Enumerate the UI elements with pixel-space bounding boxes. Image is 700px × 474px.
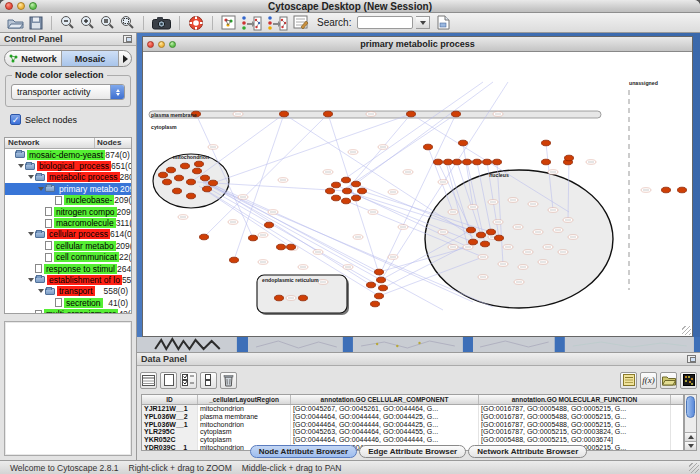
network-tree-row[interactable]: mosaic-demo-yeast874(0) [5, 149, 131, 160]
tree-indent [5, 200, 47, 201]
tree-indent [5, 154, 7, 155]
zoom-out-icon[interactable] [59, 14, 76, 32]
table-row[interactable]: YJR121W__1mitochondrion[GO:0045267, GO:0… [142, 405, 683, 413]
select-nodes-checkbox[interactable]: ✓ [10, 114, 21, 125]
table-cell: [GO:0016787, GO:0005488, GO:0005215, G..… [479, 405, 671, 413]
table-scrollbar[interactable] [684, 394, 697, 451]
tree-item-node-count: 558(0) [103, 286, 131, 296]
tab-node-attribute-browser[interactable]: Node Attribute Browser [250, 445, 358, 458]
toolbar-separator [179, 16, 180, 30]
network-tree-row[interactable]: cellular metabo209(0) [5, 240, 131, 251]
tree-item-label: nitrogen compo [54, 207, 117, 217]
file-icon [35, 310, 42, 314]
table-row[interactable]: YKR052Ccytoplasm[GO:0044464, GO:0044446,… [142, 436, 683, 444]
network-tree-row[interactable]: nucleobase-209(0) [5, 195, 131, 206]
tree-item-label: multi-organism pro [44, 309, 118, 314]
table-column-header[interactable]: annotation.GO MOLECULAR_FUNCTION [479, 395, 671, 404]
tree-indent [5, 279, 27, 280]
network-tree-row[interactable]: metabolic process280(0) [5, 172, 131, 183]
attribute-mapper-icon[interactable] [240, 14, 263, 32]
zoom-in-icon[interactable] [79, 14, 96, 32]
create-new-attribute-icon[interactable] [160, 372, 177, 389]
help-icon[interactable] [187, 14, 205, 32]
formula-builder-icon[interactable]: f(x) [640, 372, 657, 389]
network-window-titlebar[interactable]: primary metabolic process [143, 37, 692, 52]
tab-network-attribute-browser[interactable]: Network Attribute Browser [468, 445, 587, 458]
network-tree-row[interactable]: nitrogen compo209(0) [5, 206, 131, 217]
tab-edge-attribute-browser[interactable]: Edge Attribute Browser [359, 445, 466, 458]
network-tree-row[interactable]: cellular process614(0) [5, 229, 131, 240]
import-attributes-icon[interactable] [660, 372, 677, 389]
birds-eye-view-panel[interactable] [4, 321, 132, 456]
canvas-resize-grip[interactable] [682, 326, 691, 335]
data-panel: Data Panel f(x) ID_cellularLayout [137, 352, 700, 460]
attribute-notes-icon[interactable] [620, 372, 637, 389]
open-session-icon[interactable] [6, 14, 25, 32]
table-cell: [GO:0044464, GO:0044446, GO:0044444, G..… [291, 436, 479, 444]
network-tree-row[interactable]: multi-organism pro42(0) [5, 308, 131, 314]
vizmapper-form-icon[interactable] [292, 14, 310, 32]
network-tree-row[interactable]: macromolecule311(0) [5, 217, 131, 228]
expander-icon[interactable] [27, 232, 35, 236]
network-canvas[interactable]: plasma membranecytoplasmmitochondrionnuc… [143, 52, 692, 336]
table-column-header[interactable]: ID [142, 395, 198, 404]
attribute-table[interactable]: ID_cellularLayoutRegionannotation.GO CEL… [141, 394, 684, 451]
node-color-select[interactable]: transporter activity [11, 84, 125, 100]
network-overview-icon[interactable] [220, 14, 237, 32]
delete-attribute-icon[interactable] [220, 372, 237, 389]
tab-overflow-button[interactable] [119, 51, 131, 66]
control-panel-title: Control Panel [4, 34, 63, 44]
zoom-selected-icon[interactable] [99, 14, 116, 32]
network-tree-row[interactable]: transport558(0) [5, 286, 131, 297]
network-tree-row[interactable]: primary metabo209(... [5, 183, 131, 194]
import-file-icon[interactable] [436, 14, 451, 32]
float-panel-icon[interactable] [123, 35, 132, 43]
snapshot-icon[interactable] [151, 14, 172, 32]
scroll-up-button[interactable] [685, 432, 696, 441]
table-row[interactable]: YPL036W__1mitochondrion[GO:0044464, GO:0… [142, 421, 683, 429]
window-resize-grip[interactable] [689, 463, 699, 473]
network-tree-row[interactable]: cell communicat22(0) [5, 252, 131, 263]
table-column-header[interactable]: _cellularLayoutRegion [198, 395, 291, 404]
tab-network[interactable]: Network [5, 51, 62, 66]
network-tree-row[interactable]: response to stimul264(0) [5, 263, 131, 274]
matrix-browser-icon[interactable] [680, 372, 697, 389]
table-row[interactable]: YPL036W__2plasma membrane[GO:0044464, GO… [142, 413, 683, 421]
unselect-all-attributes-icon[interactable] [200, 372, 217, 389]
network-node [332, 182, 341, 188]
network-node [343, 188, 352, 194]
table-cell: [GO:0044464, GO:0044444, GO:0044425, G..… [291, 421, 479, 429]
search-options-dropdown[interactable] [416, 16, 430, 29]
expander-icon[interactable] [37, 289, 45, 293]
network-tree-row[interactable]: biological_process651(0) [5, 160, 131, 171]
save-session-icon[interactable] [28, 14, 44, 32]
expander-icon[interactable] [17, 164, 25, 168]
float-panel-icon[interactable] [687, 355, 696, 363]
select-attributes-icon[interactable] [140, 372, 157, 389]
expander-icon[interactable] [27, 278, 35, 282]
table-column-header[interactable]: annotation.GO CELLULAR_COMPONENT [291, 395, 479, 404]
table-cell: YKR052C [142, 436, 198, 444]
network-node [181, 163, 190, 169]
network-node [280, 111, 289, 117]
expander-icon[interactable] [37, 187, 45, 191]
select-all-attributes-icon[interactable] [180, 372, 197, 389]
network-node [463, 159, 472, 165]
tab-mosaic-label: Mosaic [75, 54, 106, 64]
table-row[interactable]: YLR295Ccytoplasm[GO:0045263, GO:0044464,… [142, 428, 683, 436]
expander-icon[interactable] [27, 175, 35, 179]
status-zoom-hint: Right-click + drag to ZOOM [129, 463, 232, 473]
attribute-batch-mapper-icon[interactable] [266, 14, 289, 32]
network-tree-row[interactable]: establishment of lo558(0) [5, 274, 131, 285]
tree-column-nodes: Nodes [95, 138, 131, 148]
table-cell: [GO:0044464, GO:0044444, GO:0044425, G..… [291, 413, 479, 421]
scrollbar-thumb[interactable] [686, 396, 695, 418]
network-tree-row[interactable]: secretion41(0) [5, 297, 131, 308]
network-node [379, 285, 388, 291]
tree-indent [5, 245, 37, 246]
zoom-fit-icon[interactable] [119, 14, 136, 32]
table-cell: YJR121W__1 [142, 405, 198, 413]
network-node [175, 175, 184, 181]
search-input[interactable] [357, 16, 413, 29]
tab-mosaic[interactable]: Mosaic [62, 51, 119, 66]
